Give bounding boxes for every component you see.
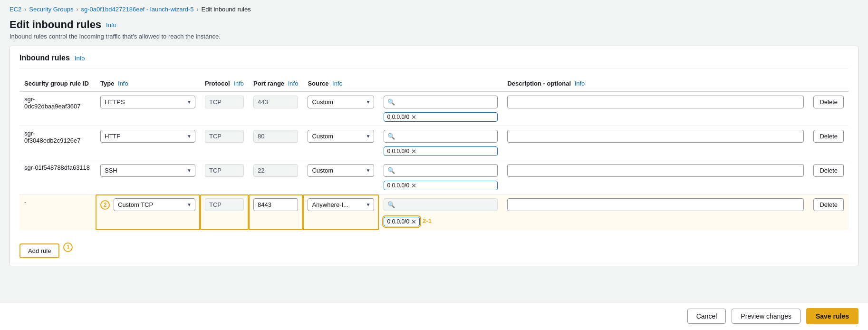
source-search-2[interactable]: [384, 130, 498, 143]
panel-header: Inbound rules Info: [19, 54, 849, 68]
source-cell-3: Custom Anywhere-IPv4 Anywhere-IPv6 My IP…: [303, 160, 379, 194]
action-cell-4: Delete: [809, 194, 849, 231]
source-tag-value-2: 0.0.0.0/0: [387, 148, 409, 155]
annotation-2: 2: [100, 200, 110, 210]
rule-id-cell-1: sgr-0dc92dbaa9eaf3607: [19, 91, 96, 126]
desc-input-4[interactable]: [507, 198, 804, 211]
source-select-1[interactable]: Custom Anywhere-IPv4 Anywhere-IPv6 My IP: [308, 96, 374, 108]
breadcrumb-ec2[interactable]: EC2: [10, 6, 21, 13]
delete-button-2[interactable]: Delete: [813, 130, 844, 143]
desc-input-1[interactable]: [507, 96, 804, 108]
rules-panel: Inbound rules Info Security group rule I…: [10, 46, 858, 266]
protocol-input-2: [205, 130, 244, 143]
source-tag-remove-2[interactable]: ✕: [411, 148, 416, 155]
th-source-info[interactable]: Info: [332, 80, 343, 87]
port-cell-4: [249, 194, 303, 231]
desc-input-3[interactable]: [507, 164, 804, 177]
table-row-new: - 2 Custom TCP Custom UDP Custom ICMP: [19, 194, 849, 231]
rule-id-4: -: [24, 198, 26, 205]
source-val-cell-4: 🔍 0.0.0.0/0 ✕ 2-1: [379, 194, 502, 231]
delete-button-1[interactable]: Delete: [813, 96, 844, 108]
source-search-1[interactable]: [384, 96, 498, 108]
type-select-4[interactable]: Custom TCP Custom UDP Custom ICMP All tr…: [114, 198, 195, 211]
source-search-4: [384, 198, 498, 211]
source-tag-1: 0.0.0.0/0 ✕: [384, 112, 498, 122]
th-source-val: [379, 76, 502, 91]
port-cell-2: [249, 126, 303, 160]
source-tag-remove-4[interactable]: ✕: [411, 219, 416, 225]
type-select-1[interactable]: HTTPS: [100, 96, 195, 108]
page-info-link[interactable]: Info: [106, 21, 116, 29]
breadcrumb-security-groups[interactable]: Security Groups: [29, 6, 73, 13]
port-input-3: [253, 164, 298, 177]
rule-id-cell-3: sgr-01f548788dfa63118: [19, 160, 96, 194]
port-cell-3: [249, 160, 303, 194]
rule-id-cell-2: sgr-0f3048edb2c9126e7: [19, 126, 96, 160]
source-tag-3: 0.0.0.0/0 ✕: [384, 181, 498, 190]
source-tag-value-3: 0.0.0.0/0: [387, 182, 409, 189]
breadcrumb-current: Edit inbound rules: [202, 6, 251, 13]
save-button[interactable]: Save rules: [806, 308, 858, 324]
desc-input-2[interactable]: [507, 130, 804, 143]
source-val-cell-2: 🔍 0.0.0.0/0 ✕: [379, 126, 502, 160]
th-action: [809, 76, 849, 91]
th-desc-info[interactable]: Info: [575, 80, 585, 87]
type-select-3[interactable]: SSH: [100, 164, 195, 177]
source-search-3[interactable]: [384, 164, 498, 177]
add-rule-button[interactable]: Add rule: [19, 243, 59, 258]
main-content: Inbound rules Info Security group rule I…: [0, 46, 868, 330]
rule-id-2: sgr-0f3048edb2c9126e7: [24, 130, 81, 144]
type-cell-4: 2 Custom TCP Custom UDP Custom ICMP All …: [96, 194, 200, 231]
table-row: sgr-01f548788dfa63118 SSH ▼: [19, 160, 849, 194]
type-select-2[interactable]: HTTP: [100, 130, 195, 143]
protocol-input-3: [205, 164, 244, 177]
delete-button-3[interactable]: Delete: [813, 164, 844, 177]
source-select-2[interactable]: Custom Anywhere-IPv4 Anywhere-IPv6 My IP: [308, 130, 374, 143]
source-cell-2: Custom Anywhere-IPv4 Anywhere-IPv6 My IP…: [303, 126, 379, 160]
preview-button[interactable]: Preview changes: [732, 309, 800, 324]
panel-title: Inbound rules: [19, 54, 70, 62]
footer: Cancel Preview changes Save rules: [0, 302, 868, 330]
source-tag-2: 0.0.0.0/0 ✕: [384, 146, 498, 156]
source-cell-4: Anywhere-I... Custom Anywhere-IPv4 Anywh…: [303, 194, 379, 231]
source-select-3[interactable]: Custom Anywhere-IPv4 Anywhere-IPv6 My IP: [308, 164, 374, 177]
breadcrumb-sep-3: ›: [197, 6, 199, 13]
th-type: Type Info: [96, 76, 200, 91]
type-cell-3: SSH ▼: [96, 160, 200, 194]
source-tag-value-4: 0.0.0.0/0: [387, 218, 409, 225]
page-subtitle: Inbound rules control the incoming traff…: [10, 33, 858, 40]
cancel-button[interactable]: Cancel: [687, 309, 726, 324]
breadcrumb-sg-id[interactable]: sg-0a0f1bd4272186eef - launch-wizard-5: [81, 6, 194, 13]
protocol-input-1: [205, 96, 244, 108]
th-protocol-info[interactable]: Info: [233, 80, 244, 87]
panel-info-link[interactable]: Info: [75, 55, 85, 62]
desc-cell-4: [502, 194, 809, 231]
th-port-info[interactable]: Info: [288, 80, 299, 87]
th-port: Port range Info: [249, 76, 303, 91]
desc-cell-1: [502, 91, 809, 126]
th-type-info[interactable]: Info: [118, 80, 128, 87]
action-cell-3: Delete: [809, 160, 849, 194]
port-input-4[interactable]: [253, 198, 298, 211]
source-cell-1: Custom Anywhere-IPv4 Anywhere-IPv6 My IP…: [303, 91, 379, 126]
protocol-cell-4: [200, 194, 249, 231]
protocol-cell-3: [200, 160, 249, 194]
action-cell-2: Delete: [809, 126, 849, 160]
port-input-1: [253, 96, 298, 108]
type-cell-2: HTTP ▼: [96, 126, 200, 160]
delete-button-4[interactable]: Delete: [813, 198, 844, 211]
source-select-4[interactable]: Anywhere-I... Custom Anywhere-IPv4 Anywh…: [308, 198, 374, 211]
source-tag-value-1: 0.0.0.0/0: [387, 114, 409, 120]
rule-id-cell-4: -: [19, 194, 96, 231]
annotation-1: 1: [63, 243, 73, 252]
source-tag-4: 0.0.0.0/0 ✕: [384, 217, 420, 226]
table-row: sgr-0dc92dbaa9eaf3607 HTTPS ▼: [19, 91, 849, 126]
th-protocol: Protocol Info: [200, 76, 249, 91]
source-tag-remove-1[interactable]: ✕: [411, 114, 416, 120]
port-input-2: [253, 130, 298, 143]
breadcrumb-sep-1: ›: [24, 6, 26, 13]
type-cell-1: HTTPS ▼: [96, 91, 200, 126]
breadcrumb-sep-2: ›: [77, 6, 78, 13]
rule-id-3: sgr-01f548788dfa63118: [24, 164, 90, 171]
source-tag-remove-3[interactable]: ✕: [411, 183, 416, 189]
